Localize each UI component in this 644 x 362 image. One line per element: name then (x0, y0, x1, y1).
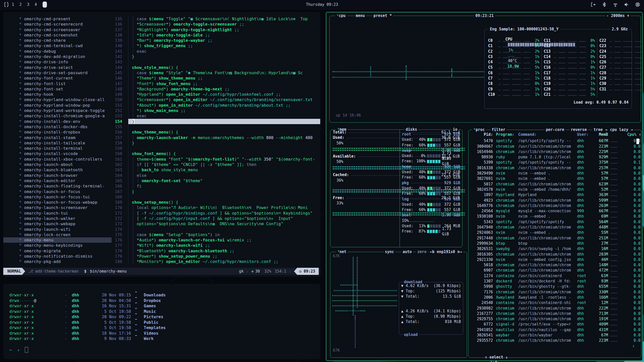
editor-row[interactable]: *omarchy-install-xbox-controllers161│ th… (3, 157, 320, 162)
file-tree-item[interactable]: *omarchy-cmd-screenshot (3, 32, 112, 38)
editor-row[interactable]: *omarchy-launch-editor165│ │ omarchy-fon… (3, 178, 320, 183)
file-tree-item[interactable]: *omarchy-install-tailscale (3, 140, 112, 146)
file-tree-item[interactable]: *omarchy-launch-or-focus-tui (3, 194, 112, 200)
proc-info-hint[interactable]: info ↵ (490, 360, 504, 362)
preset-button[interactable]: preset * (372, 13, 393, 18)
editor-buffer[interactable]: *omarchy-cmd-present135│ case $(menu "To… (3, 16, 320, 264)
code-line[interactable]: │ *) show_trigger_menu ;; (128, 43, 320, 48)
proc-row[interactable]: 1654946chromium/usr/lib/chromium/chromdh… (469, 149, 641, 155)
directory-name[interactable]: Pictures (144, 314, 320, 320)
file-tree-item[interactable]: *omarchy-font-current (3, 75, 112, 81)
update-interval[interactable]: - 2000ms + (605, 13, 631, 18)
proc-row[interactable]: 2167277chromium/usr/lib/chromium/chromdh… (469, 311, 641, 316)
editor-row[interactable]: *omarchy-launch-or-focus-tui168 (3, 194, 320, 200)
editor-row[interactable]: *omarchy-dev-add-migration142} (3, 54, 320, 59)
file-tree-item[interactable]: *omarchy-font-set (3, 86, 112, 92)
editor-row[interactable]: *omarchy-hyprland-window-pop151│ *About*… (3, 103, 320, 108)
file-tree-item[interactable]: *omarchy-cmd-screensaver (3, 27, 112, 32)
proc-row[interactable]: 3027691nvimnvim --embed .dhh57M………0.0 (469, 176, 641, 181)
proc-row[interactable]: 2924063nvimnvim --embed .dhh55M………0.0 (469, 230, 641, 235)
code-line[interactable]: │ │ back_to show_style_menu (128, 167, 320, 173)
code-line[interactable]: │ *Screensaver*) open_in_editor ~/.confi… (128, 97, 320, 102)
editor-row[interactable]: *omarchy-pkg-add180│ *Monitors*) open_in… (3, 259, 320, 264)
proc-row[interactable]: 1649776chromium/usr/lib/chromium/chromdh… (469, 203, 641, 208)
proc-row[interactable]: 5018chromium/usr/lib/chromium/chromdhh14… (469, 262, 641, 268)
editor-row[interactable]: *omarchy-font-current146│ *Theme*) show_… (3, 75, 320, 81)
editor-row[interactable]: *omarchy-launch-floating-terminal-166│ f… (3, 183, 320, 189)
file-tree-item[interactable]: *omarchy-lock-screen (3, 232, 112, 237)
proc-reverse-button[interactable]: reverse (569, 127, 588, 132)
proc-row[interactable]: 2930982chromium/usr/lib/chromium/chromdh… (469, 306, 641, 311)
code-line[interactable]: │ *Audio*) omarchy-launch-or-focus-tui w… (128, 237, 320, 243)
file-tree-item[interactable]: *omarchy-launch-or-focus-webapp (3, 200, 112, 205)
file-tree-item[interactable]: *omarchy-cmd-terminal-cwd (3, 43, 112, 48)
tab-cpu[interactable]: ¹¹cpucpu (335, 13, 347, 18)
proc-row[interactable]: 2921330nvimnvim --embed config.jsodhh46M… (469, 257, 641, 262)
editor-row[interactable]: *omarchy-install-dropbox156show_theme_me… (3, 129, 320, 135)
code-line[interactable]: │ *Nightlight*) omarchy-toggle-nightligh… (128, 27, 320, 32)
file-tree-item[interactable]: *omarchy-launch-about (3, 162, 112, 167)
tab-disks[interactable]: disks (404, 127, 418, 132)
file-tree-item[interactable]: *omarchy-font-list (3, 81, 112, 86)
net-sync-button[interactable]: sync (384, 249, 395, 254)
code-line[interactable]: │ [ -f ~/.config/hypr/input.conf ] && op… (128, 216, 320, 221)
file-tree-item[interactable]: *omarchy-cmd-present (3, 16, 112, 22)
editor-row[interactable]: *omarchy-hyprland-workspace-toggle152│ *… (3, 108, 320, 113)
file-tree-item[interactable]: *omarchy-launch-walker (3, 216, 112, 221)
file-tree-item[interactable]: *omarchy-launch-floating-terminal- (3, 183, 112, 189)
code-line[interactable]: show_setup_menu() { (128, 200, 320, 205)
editor-row[interactable]: *omarchy-install-dev-env154} (3, 119, 320, 124)
editor-row[interactable]: *omarchy-cmd-terminal-cwd140│ *) show_tr… (3, 43, 320, 48)
code-line[interactable]: │ *Hyprland*) open_in_editor ~/.config/h… (128, 92, 320, 97)
code-line[interactable]: │ *Bluetooth*) omarchy-launch-bluetooth … (128, 248, 320, 254)
proc-row[interactable]: 3024578nvimnvim --embed /home/dhh/dhh52M… (469, 187, 641, 192)
file-tree-item[interactable]: *omarchy-launch-editor (3, 178, 112, 183)
editor-row[interactable]: *omarchy-launch-wifi174│ (3, 227, 320, 232)
directory-name[interactable]: Videos (144, 331, 320, 336)
file-tree-item[interactable]: *omarchy-dev-add-migration (3, 54, 112, 59)
file-tree-item[interactable]: *omarchy-install-chromium-google-a (3, 113, 112, 119)
editor-row[interactable]: *omarchy-launch-about162│ if [[ "$theme"… (3, 162, 320, 167)
file-tree-item[interactable]: *omarchy-drive-select (3, 65, 112, 70)
editor-row[interactable]: *omarchy-lock-screen175│ case $(menu "Se… (3, 232, 320, 237)
directory-name[interactable]: Work (144, 336, 320, 341)
code-line[interactable]: │ *) show_main_menu ;; (128, 108, 320, 113)
file-tree-item[interactable]: *omarchy-launch-or-focus (3, 189, 112, 194)
directory-name[interactable]: Public (144, 320, 320, 325)
editor-row[interactable]: *omarchy-hook149│ *Hyprland*) open_in_ed… (3, 92, 320, 97)
net-auto-button[interactable]: auto (401, 249, 413, 254)
code-line[interactable]: │ │ omarchy-font-set "$theme" (128, 178, 320, 183)
file-tree-item[interactable]: *omarchy-hyprland-workspace-toggle (3, 108, 112, 113)
editor-row[interactable]: *omarchy-launch-browser164│ else (3, 173, 320, 178)
code-line[interactable]: │ *Screensaver*) omarchy-toggle-screensa… (128, 22, 320, 27)
code-line[interactable] (128, 194, 320, 200)
proc-row[interactable]: 3016338chromium/usr/lib/chromium/chromdh… (469, 165, 641, 171)
proc-row[interactable]: 1307dockerd/usr/bin/dockerd -H fd:root93… (469, 279, 641, 284)
code-line[interactable]: } (128, 189, 320, 194)
editor-row[interactable]: *omarchy-menu176│ *Audio*) omarchy-launc… (3, 237, 320, 243)
proc-row[interactable]: 6772signal-d/proc/self/exe --type=rdhh40… (469, 322, 641, 327)
editor-row[interactable]: *omarchy-launch-or-focus-webapp169show_s… (3, 200, 320, 205)
editor-row[interactable]: *omarchy-install-chromium-google-a153│ e… (3, 113, 320, 119)
code-line[interactable]: │ *Power*) show_setup_power_menu ;; (128, 254, 320, 259)
code-line[interactable]: │ *Bar*) omarchy-toggle-waybar ;; (128, 38, 320, 43)
code-line[interactable]: } (128, 140, 320, 146)
editor-row[interactable]: *omarchy-install-vscode160show_font_menu… (3, 151, 320, 156)
editor-row[interactable]: *omarchy-launch-tui171│ [ -f ~/.config/h… (3, 211, 320, 216)
directory-name[interactable]: Dropbox (144, 298, 320, 303)
tab-proc[interactable]: ⁴proc (472, 127, 486, 132)
editor-row[interactable]: *omarchy-cmd-share139│ *Bar*) omarchy-to… (3, 38, 320, 43)
logout-icon[interactable] (590, 2, 596, 7)
file-tree-item[interactable]: *omarchy-launch-wifi (3, 227, 112, 232)
proc-row[interactable]: 2917448chromium/usr/lib/chromium/chromdh… (469, 236, 641, 241)
volume-icon[interactable] (624, 2, 629, 7)
proc-row[interactable]: 3026541waybar/usr/bin/waybardhh67M………0.0 (469, 333, 641, 338)
directory-name[interactable]: Music (144, 309, 320, 314)
code-line[interactable]: │ if [[ "$theme" == "CNCLD" || -z "$them… (128, 162, 320, 167)
file-tree-item[interactable]: *omarchy-launch-tui (3, 211, 112, 216)
shell-terminal-window[interactable]: drwxr-xr-x-dhh20 Nov 09:15Downloadsdrwx-… (3, 284, 320, 359)
editor-row[interactable]: *omarchy-notification-dismiss179│ *Power… (3, 254, 320, 259)
editor-row[interactable]: *omarchy-launch-webapp173│ options="$opt… (3, 221, 320, 226)
proc-row[interactable]: 5470spotify/opt/spotify/spotify --dhh607… (469, 138, 641, 144)
editor-row[interactable]: *omarchy-hyprland-window-close-all150│ *… (3, 97, 320, 102)
